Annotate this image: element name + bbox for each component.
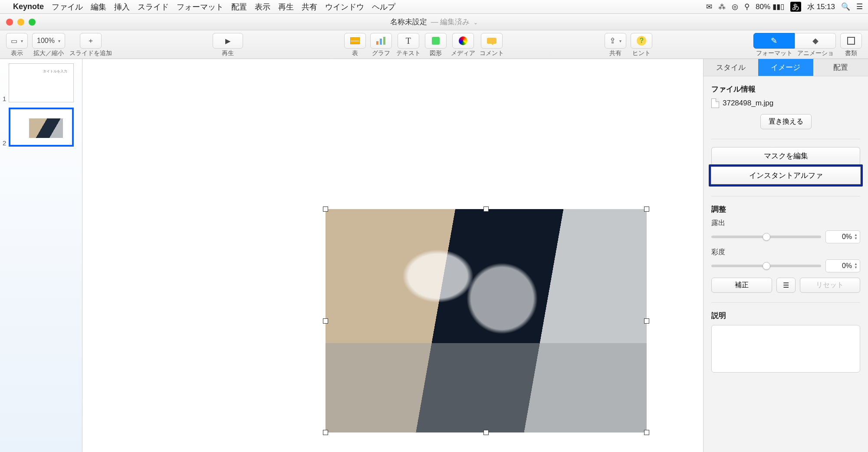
toolbar: ▭ 表示 100% 拡大／縮小 ＋ スライドを追加 ▶ 再生 表 グラフ Tテキ…	[0, 30, 868, 59]
menu-window[interactable]: ウインドウ	[325, 2, 364, 12]
window-close[interactable]	[6, 19, 13, 26]
table-button[interactable]	[344, 33, 366, 49]
comment-label: コメント	[480, 49, 504, 57]
add-slide-button[interactable]: ＋	[80, 33, 102, 49]
format-pane-button[interactable]: ✎	[753, 33, 795, 49]
file-icon	[711, 98, 719, 108]
file-info-row: 3728498_m.jpg	[711, 98, 860, 108]
clock[interactable]: 水 15:13	[807, 2, 835, 12]
reset-button[interactable]: リセット	[800, 278, 861, 293]
view-label: 表示	[11, 49, 23, 57]
menu-file[interactable]: ファイル	[52, 2, 83, 12]
menu-insert[interactable]: 挿入	[114, 2, 130, 12]
ime-icon[interactable]: あ	[790, 2, 801, 12]
window-minimize[interactable]	[17, 19, 24, 26]
document-pane-button[interactable]	[840, 33, 862, 49]
description-label: 説明	[711, 311, 860, 321]
window-zoom[interactable]	[29, 19, 36, 26]
share-button[interactable]: ⇪	[605, 33, 626, 49]
document-label: 書類	[845, 49, 857, 57]
play-label: 再生	[222, 49, 234, 57]
hint-label: ヒント	[632, 49, 651, 57]
chart-label: グラフ	[372, 49, 390, 57]
menu-edit[interactable]: 編集	[91, 2, 106, 12]
stepper-icon[interactable]: ▲▼	[853, 261, 859, 271]
menu-view[interactable]: 表示	[255, 2, 270, 12]
media-icon	[459, 36, 467, 45]
chevron-down-icon: ⌄	[473, 20, 478, 26]
resize-handle-ml[interactable]	[323, 318, 328, 324]
view-button[interactable]: ▭	[6, 33, 28, 49]
safari-icon[interactable]: ◎	[732, 2, 738, 11]
stepper-icon[interactable]: ▲▼	[853, 232, 859, 242]
inspector-tab-arrange[interactable]: 配置	[813, 59, 868, 76]
file-info-label: ファイル情報	[711, 84, 860, 94]
macos-menubar: Keynote ファイル 編集 挿入 スライド フォーマット 配置 表示 再生 …	[0, 0, 868, 14]
table-icon	[350, 37, 360, 44]
comment-icon	[487, 38, 496, 44]
chart-icon	[376, 37, 385, 45]
zoom-label: 拡大／縮小	[33, 49, 64, 57]
resize-handle-tl[interactable]	[323, 206, 328, 212]
share-icon: ⇪	[609, 36, 616, 46]
menu-play[interactable]: 再生	[278, 2, 294, 12]
slide-thumb-2[interactable]: 2	[3, 108, 79, 147]
media-label: メディア	[451, 49, 475, 57]
app-name[interactable]: Keynote	[13, 2, 44, 11]
format-inspector: スタイル イメージ 配置 ファイル情報 3728498_m.jpg 置き換える …	[703, 59, 868, 452]
replace-button[interactable]: 置き換える	[760, 114, 812, 129]
document-title[interactable]: 名称未設定 — 編集済み ⌄	[390, 17, 478, 27]
paintbrush-icon: ✎	[771, 36, 777, 46]
dropbox-icon[interactable]: ⁂	[718, 2, 726, 11]
exposure-value[interactable]: 0%▲▼	[825, 230, 860, 243]
media-button[interactable]	[452, 33, 474, 49]
gmail-icon[interactable]: ✉︎	[706, 2, 712, 11]
selected-image[interactable]	[326, 209, 647, 432]
help-icon: ?	[637, 36, 646, 46]
enhance-button[interactable]: 補正	[711, 278, 772, 293]
hint-button[interactable]: ?	[631, 33, 652, 49]
slide-number: 2	[3, 139, 6, 147]
resize-handle-mr[interactable]	[644, 318, 649, 324]
resize-handle-bm[interactable]	[483, 430, 489, 435]
slide-thumb-1[interactable]: 1 タイトルを入力	[3, 63, 79, 102]
file-name: 3728498_m.jpg	[723, 99, 773, 108]
menu-share[interactable]: 共有	[302, 2, 317, 12]
saturation-slider[interactable]	[711, 265, 821, 267]
spotlight-icon[interactable]: 🔍	[841, 2, 850, 11]
inspector-tab-style[interactable]: スタイル	[704, 59, 758, 76]
shape-icon	[432, 37, 440, 45]
animation-pane-button[interactable]: ◆	[795, 33, 836, 49]
play-button[interactable]: ▶	[213, 33, 243, 49]
instant-alpha-highlight: インスタントアルファ	[709, 164, 863, 187]
slide-number: 1	[3, 95, 6, 102]
saturation-value[interactable]: 0%▲▼	[825, 259, 860, 272]
slide-navigator[interactable]: 1 タイトルを入力 2	[0, 59, 82, 452]
text-button[interactable]: T	[398, 33, 419, 49]
comment-button[interactable]	[481, 33, 503, 49]
document-icon	[847, 37, 855, 45]
description-textarea[interactable]	[711, 325, 860, 373]
shape-button[interactable]	[425, 33, 447, 49]
menu-slide[interactable]: スライド	[138, 2, 169, 12]
slide-canvas[interactable]	[82, 59, 703, 452]
chart-button[interactable]	[370, 33, 392, 49]
inspector-tab-image[interactable]: イメージ	[758, 59, 813, 76]
resize-handle-tm[interactable]	[483, 206, 489, 212]
control-center-icon[interactable]: ☰	[856, 2, 863, 11]
battery-status[interactable]: 80% ▮▮▯	[756, 2, 784, 11]
adjust-settings-button[interactable]: ☰	[776, 278, 796, 293]
menu-help[interactable]: ヘルプ	[372, 2, 395, 12]
exposure-slider[interactable]	[711, 236, 821, 238]
instant-alpha-button[interactable]: インスタントアルファ	[711, 167, 861, 184]
wifi-icon[interactable]: ⚲	[744, 2, 750, 11]
resize-handle-tr[interactable]	[644, 206, 649, 212]
menu-format[interactable]: フォーマット	[177, 2, 224, 12]
menu-arrange[interactable]: 配置	[231, 2, 247, 12]
resize-handle-br[interactable]	[644, 430, 649, 435]
resize-handle-bl[interactable]	[323, 430, 328, 435]
adjust-label: 調整	[711, 204, 860, 214]
add-slide-label: スライドを追加	[69, 49, 112, 57]
zoom-button[interactable]: 100%	[32, 33, 65, 49]
edit-mask-button[interactable]: マスクを編集	[711, 147, 860, 164]
